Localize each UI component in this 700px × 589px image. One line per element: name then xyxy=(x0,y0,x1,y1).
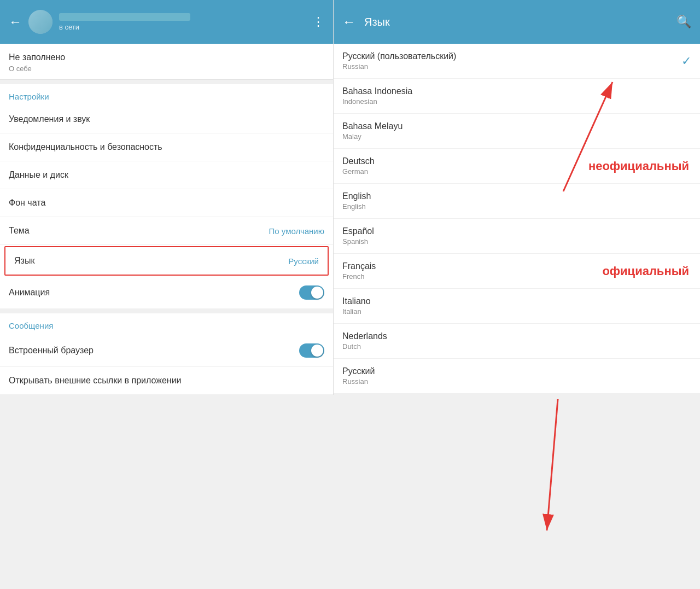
right-header-title: Язык xyxy=(364,16,390,28)
section-divider-1 xyxy=(0,80,333,84)
settings-item-notifications[interactable]: Уведомления и звук xyxy=(0,106,333,133)
settings-item-language[interactable]: Язык Русский xyxy=(4,246,329,276)
lang-text: Nederlands Dutch xyxy=(342,331,387,351)
language-item-russian[interactable]: Русский Russian xyxy=(334,359,700,394)
lang-native: Spanish xyxy=(342,237,374,246)
lang-name: Español xyxy=(342,226,374,236)
settings-item-theme[interactable]: Тема По умолчанию xyxy=(0,217,333,245)
lang-text: Italiano Italian xyxy=(342,296,371,316)
lang-native: English xyxy=(342,202,371,211)
lang-text: Deutsch German xyxy=(342,156,375,176)
settings-item-browser[interactable]: Встроенный браузер xyxy=(0,335,333,367)
lang-native: French xyxy=(342,272,376,281)
lang-native: Malay xyxy=(342,132,402,141)
not-filled-subtitle: О себе xyxy=(9,65,324,73)
lang-native: Dutch xyxy=(342,342,387,351)
username xyxy=(59,13,190,21)
lang-name: Italiano xyxy=(342,296,371,306)
settings-item-external-links[interactable]: Открывать внешние ссылки в приложении xyxy=(0,367,333,395)
lang-name: Bahasa Indonesia xyxy=(342,86,412,96)
wallpaper-label: Фон чата xyxy=(9,198,45,208)
theme-value: По умолчанию xyxy=(269,226,324,236)
language-item-spanish[interactable]: Español Spanish xyxy=(334,219,700,254)
user-info: в сети xyxy=(59,13,306,31)
language-item-german[interactable]: Deutsch German неофициальный xyxy=(334,149,700,184)
lang-text: Français French xyxy=(342,261,376,281)
settings-item-wallpaper[interactable]: Фон чата xyxy=(0,189,333,217)
language-item-english[interactable]: English English xyxy=(334,184,700,219)
right-panel: ← Язык 🔍 Русский (пользовательский) Russ… xyxy=(334,0,700,394)
lang-text: Русский Russian xyxy=(342,366,375,386)
settings-item-data[interactable]: Данные и диск xyxy=(0,161,333,189)
search-icon[interactable]: 🔍 xyxy=(676,15,691,29)
lang-native: Russian xyxy=(342,377,375,386)
section-divider-2 xyxy=(0,309,333,313)
lang-text: Русский (пользовательский) Russian xyxy=(342,51,456,71)
lang-name: Русский (пользовательский) xyxy=(342,51,456,61)
language-item-italian[interactable]: Italiano Italian xyxy=(334,289,700,324)
lang-name: English xyxy=(342,191,371,201)
lang-text: Bahasa Indonesia Indonesian xyxy=(342,86,412,106)
left-panel: ← в сети ⋮ Не заполнено О себе Настройки… xyxy=(0,0,334,395)
animation-label: Анимация xyxy=(9,288,50,298)
lang-name: Nederlands xyxy=(342,331,387,341)
language-item-indonesian[interactable]: Bahasa Indonesia Indonesian xyxy=(334,79,700,114)
toggle-knob xyxy=(311,287,323,299)
lang-native: Indonesian xyxy=(342,97,412,106)
lang-name: Русский xyxy=(342,366,375,376)
right-header: ← Язык 🔍 xyxy=(334,0,700,44)
language-item-french[interactable]: Français French официальный xyxy=(334,254,700,289)
left-header: ← в сети ⋮ xyxy=(0,0,333,44)
external-links-label: Открывать внешние ссылки в приложении xyxy=(9,376,182,386)
browser-label: Встроенный браузер xyxy=(9,346,94,355)
left-back-button[interactable]: ← xyxy=(9,14,22,30)
language-list: Русский (пользовательский) Russian ✓ Bah… xyxy=(334,44,700,394)
language-value: Русский xyxy=(288,256,319,266)
language-item-malay[interactable]: Bahasa Melayu Malay xyxy=(334,114,700,149)
settings-item-animation[interactable]: Анимация xyxy=(0,277,333,309)
lang-checkmark: ✓ xyxy=(681,54,691,68)
browser-toggle-knob xyxy=(311,345,323,357)
lang-text: Bahasa Melayu Malay xyxy=(342,121,402,141)
not-filled-section: Не заполнено О себе xyxy=(0,44,333,80)
lang-native: German xyxy=(342,167,375,176)
menu-button[interactable]: ⋮ xyxy=(312,15,324,29)
user-status: в сети xyxy=(59,23,306,31)
not-filled-title: Не заполнено xyxy=(9,53,324,62)
lang-native: Russian xyxy=(342,62,456,71)
settings-section-title: Настройки xyxy=(0,84,333,106)
svg-line-4 xyxy=(547,399,558,530)
data-label: Данные и диск xyxy=(9,170,68,180)
notifications-label: Уведомления и звук xyxy=(9,114,90,124)
privacy-label: Конфиденциальность и безопасность xyxy=(9,142,162,152)
annotation-official: официальный xyxy=(602,264,689,278)
right-back-button[interactable]: ← xyxy=(342,14,355,30)
browser-toggle[interactable] xyxy=(299,343,324,358)
settings-item-privacy[interactable]: Конфиденциальность и безопасность xyxy=(0,133,333,161)
annotation-unofficial: неофициальный xyxy=(588,159,689,173)
language-label: Язык xyxy=(14,256,34,266)
lang-name: Français xyxy=(342,261,376,271)
language-item-russian-custom[interactable]: Русский (пользовательский) Russian ✓ xyxy=(334,44,700,79)
right-header-left: ← Язык xyxy=(342,14,390,30)
lang-name: Bahasa Melayu xyxy=(342,121,402,131)
lang-native: Italian xyxy=(342,307,371,316)
avatar-image xyxy=(28,10,52,34)
lang-text: English English xyxy=(342,191,371,211)
messages-section-title: Сообщения xyxy=(0,313,333,335)
lang-text: Español Spanish xyxy=(342,226,374,246)
avatar xyxy=(28,10,52,34)
theme-label: Тема xyxy=(9,226,30,236)
language-item-dutch[interactable]: Nederlands Dutch xyxy=(334,324,700,359)
lang-name: Deutsch xyxy=(342,156,375,166)
animation-toggle[interactable] xyxy=(299,285,324,300)
